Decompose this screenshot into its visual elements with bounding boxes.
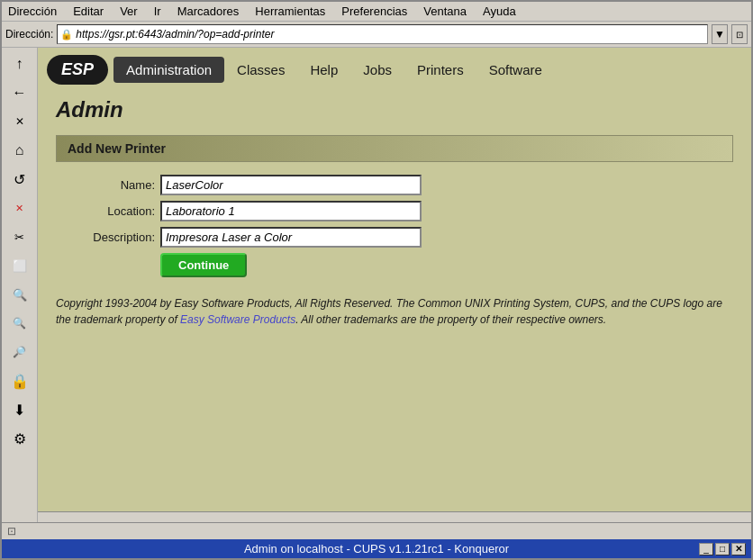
name-input[interactable]: [160, 175, 422, 195]
copyright-link[interactable]: Easy Software Products: [180, 313, 295, 326]
form-row-name: Name:: [56, 175, 733, 195]
page-area: ESP Administration Classes Help Jobs Pri…: [38, 48, 751, 522]
sidebar-icon-settings[interactable]: ⚙: [7, 426, 32, 451]
sidebar-icon-left[interactable]: ←: [7, 80, 32, 105]
copyright-text: Copyright 1993-2004 by Easy Software Pro…: [56, 295, 733, 328]
sidebar-icon-close[interactable]: ✕: [7, 109, 32, 134]
form-row-submit: Continue: [56, 253, 733, 277]
sidebar-icon-back[interactable]: ↑: [7, 51, 32, 77]
sidebar-icon-search[interactable]: 🔍: [7, 282, 32, 307]
main-content: ↑ ← ✕ ⌂ ↺ ✕ ✂ ⬜ 🔍 🔍 🔎 🔒 ⬇ ⚙ ESP Administ…: [2, 48, 751, 522]
continue-button[interactable]: Continue: [160, 253, 247, 277]
menu-editar[interactable]: Editar: [70, 4, 106, 19]
name-label: Name:: [56, 178, 155, 192]
menu-ver[interactable]: Ver: [117, 4, 141, 19]
page-title: Admin: [56, 97, 733, 122]
sidebar-icon-cut[interactable]: ✂: [7, 224, 32, 249]
nav-software[interactable]: Software: [476, 57, 555, 83]
scroll-area[interactable]: [38, 511, 751, 522]
address-input[interactable]: [76, 28, 704, 41]
sidebar-icon-lock[interactable]: 🔒: [7, 368, 32, 393]
page-content: Admin Add New Printer Name: Location: De…: [38, 85, 751, 511]
address-bar: Dirección: 🔒 ▼ ⊡: [2, 22, 751, 48]
close-button[interactable]: ✕: [731, 543, 746, 555]
location-input[interactable]: [160, 201, 422, 221]
status-icon: ⊡: [7, 525, 16, 537]
copyright-text-part2: . All other trademarks are the property …: [295, 313, 606, 326]
nav-help[interactable]: Help: [297, 57, 350, 83]
address-dropdown-btn[interactable]: ▼: [712, 24, 728, 44]
add-printer-form: Name: Location: Description: Continue: [56, 175, 733, 277]
address-label: Dirección:: [5, 28, 53, 41]
menu-bar: Dirección Editar Ver Ir Marcadores Herra…: [2, 2, 751, 22]
address-resize-btn[interactable]: ⊡: [731, 24, 748, 44]
address-input-wrap: 🔒: [57, 24, 708, 44]
menu-ventana[interactable]: Ventana: [421, 4, 469, 19]
status-bar: ⊡: [2, 522, 751, 539]
sidebar: ↑ ← ✕ ⌂ ↺ ✕ ✂ ⬜ 🔍 🔍 🔎 🔒 ⬇ ⚙: [2, 48, 38, 522]
sidebar-icon-refresh[interactable]: ↺: [7, 167, 32, 192]
menu-direccion[interactable]: Dirección: [5, 4, 59, 19]
title-bar-text: Admin on localhost - CUPS v1.1.21rc1 - K…: [244, 542, 509, 555]
sidebar-icon-download[interactable]: ⬇: [7, 397, 32, 422]
menu-preferencias[interactable]: Preferencias: [339, 4, 410, 19]
address-icon: 🔒: [60, 29, 73, 41]
sidebar-icon-copy[interactable]: ⬜: [7, 253, 32, 278]
nav-administration[interactable]: Administration: [113, 57, 224, 83]
form-row-description: Description:: [56, 227, 733, 248]
section-header: Add New Printer: [56, 135, 733, 162]
sidebar-icon-zoom-in[interactable]: 🔍: [7, 311, 32, 336]
form-row-location: Location:: [56, 201, 733, 221]
nav-printers[interactable]: Printers: [404, 57, 476, 83]
sidebar-icon-zoom-out[interactable]: 🔎: [7, 339, 32, 365]
nav-logo[interactable]: ESP: [47, 55, 108, 85]
menu-herramientas[interactable]: Herramientas: [252, 4, 328, 19]
sidebar-icon-stop[interactable]: ✕: [7, 195, 32, 221]
nav-jobs[interactable]: Jobs: [350, 57, 404, 83]
description-input[interactable]: [160, 227, 422, 248]
maximize-button[interactable]: □: [715, 543, 730, 555]
menu-marcadores[interactable]: Marcadores: [175, 4, 242, 19]
nav-classes[interactable]: Classes: [224, 57, 297, 83]
location-label: Location:: [56, 204, 155, 218]
menu-ir[interactable]: Ir: [151, 4, 164, 19]
title-bar-controls: _ □ ✕: [699, 543, 746, 555]
sidebar-icon-home[interactable]: ⌂: [7, 138, 32, 163]
description-label: Description:: [56, 230, 155, 244]
minimize-button[interactable]: _: [699, 543, 713, 555]
menu-ayuda[interactable]: Ayuda: [480, 4, 519, 19]
nav-bar: ESP Administration Classes Help Jobs Pri…: [38, 48, 751, 85]
